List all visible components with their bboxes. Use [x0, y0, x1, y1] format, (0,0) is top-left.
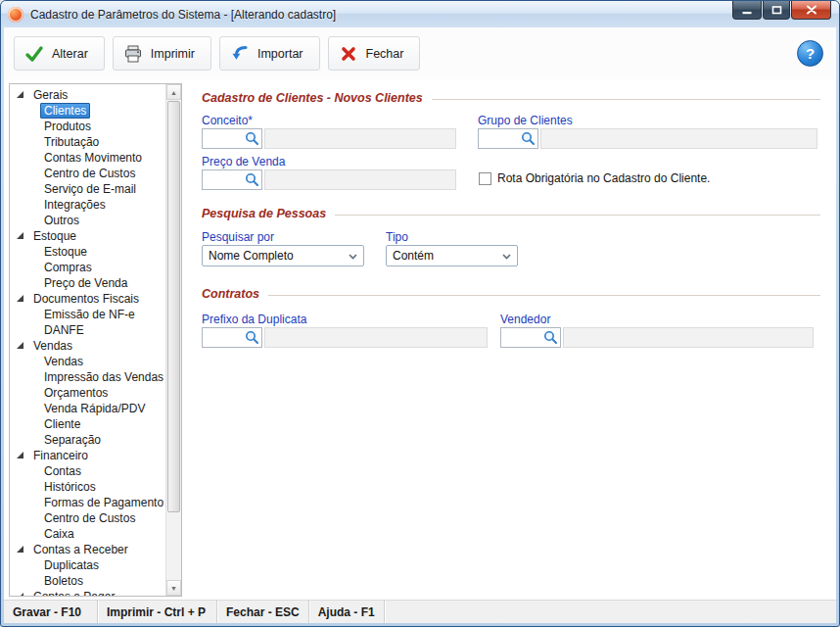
status-bar: Gravar - F10Imprimir - Ctrl + PFechar - … [4, 600, 836, 623]
tree-item-label: Separação [40, 432, 105, 448]
tree-item-label: Contas a Receber [29, 542, 132, 557]
section-header-contratos: Contratos [202, 287, 820, 301]
tree-item-label: Tributação [40, 134, 103, 150]
tipo-combo[interactable]: Contém [386, 245, 518, 266]
tree-item-label: Estoque [40, 244, 91, 260]
pesquisar-por-combo[interactable]: Nome Completo [202, 245, 364, 266]
window-title: Cadastro de Parâmetros do Sistema - [Alt… [30, 8, 336, 22]
scroll-up-arrow[interactable]: ▲ [166, 84, 181, 100]
tree-group-contas-a-receber[interactable]: Contas a Receber [10, 542, 165, 557]
grupo-code-input[interactable] [479, 130, 518, 147]
grupo-description-field [540, 128, 817, 149]
expanded-triangle-icon[interactable] [17, 342, 24, 350]
printer-icon [123, 44, 143, 64]
expanded-triangle-icon[interactable] [17, 232, 24, 240]
tree-item-label: Caixa [40, 526, 78, 542]
tree-item-vendas[interactable]: Vendas [10, 354, 165, 369]
fechar-button-label: Fechar [366, 47, 404, 61]
tree-item-label: Contas [40, 463, 85, 479]
tree-item-outros[interactable]: Outros [10, 213, 165, 228]
red-x-icon [339, 44, 358, 64]
search-icon[interactable] [242, 172, 261, 187]
preco-code-input[interactable] [203, 171, 242, 188]
title-bar[interactable]: Cadastro de Parâmetros do Sistema - [Alt… [1, 1, 839, 27]
tree-item-venda-rapida-pdv[interactable]: Venda Rápida/PDV [10, 401, 165, 416]
alterar-button[interactable]: Alterar [14, 36, 105, 71]
tree-item-clientes[interactable]: Clientes [10, 103, 165, 119]
tree-scrollbar[interactable]: ▲ ▼ [165, 84, 181, 596]
section-title: Pesquisa de Pessoas [202, 207, 326, 220]
tree-item-label: Centro de Custos [40, 510, 139, 526]
tree-group-gerais[interactable]: Gerais [10, 87, 165, 103]
tree-item-produtos[interactable]: Produtos [10, 119, 165, 134]
tree-item-label: Históricos [40, 479, 100, 495]
minimize-button[interactable] [732, 1, 762, 20]
tree-item-label: Contas a Pagar [29, 589, 118, 596]
vendedor-code-input[interactable] [501, 329, 540, 346]
tree-item-formas-de-pagamento[interactable]: Formas de Pagamento [10, 495, 165, 510]
tree-item-orcamentos[interactable]: Orçamentos [10, 385, 165, 401]
tree-item-contas-movimento[interactable]: Contas Movimento [10, 150, 165, 166]
search-icon[interactable] [242, 131, 261, 146]
tree-group-vendas[interactable]: Vendas [10, 338, 165, 354]
section-title: Cadastro de Clientes - Novos Clientes [202, 91, 423, 105]
tree-group-contas-a-pagar[interactable]: Contas a Pagar [10, 589, 165, 596]
tree-item-emissao-de-nf-e[interactable]: Emissão de NF-e [10, 307, 165, 322]
help-button[interactable]: ? [797, 40, 823, 67]
section-rule [432, 99, 820, 100]
tree-item-estoque[interactable]: Estoque [10, 244, 165, 260]
tree-item-caixa[interactable]: Caixa [10, 526, 165, 542]
section-header-novos-clientes: Cadastro de Clientes - Novos Clientes [202, 91, 820, 105]
expanded-triangle-icon[interactable] [17, 452, 24, 459]
expanded-triangle-icon[interactable] [17, 546, 24, 554]
tree-item-label: Venda Rápida/PDV [40, 401, 149, 416]
section-rule [335, 215, 820, 216]
expanded-triangle-icon[interactable] [17, 295, 24, 303]
tree-item-compras[interactable]: Compras [10, 260, 165, 275]
scroll-down-arrow[interactable]: ▼ [166, 580, 181, 596]
tree-item-contas[interactable]: Contas [10, 463, 165, 479]
tree-item-label: Contas Movimento [40, 150, 146, 166]
tree-item-centro-de-custos[interactable]: Centro de Custos [10, 166, 165, 181]
statusbar-item-fechar-esc: Fechar - ESC [217, 601, 309, 623]
tree-item-boletos[interactable]: Boletos [10, 573, 165, 589]
rota-obrigatoria-checkbox[interactable]: Rota Obrigatória no Cadastro do Cliente. [479, 171, 710, 185]
search-icon[interactable] [540, 330, 560, 345]
tree-item-impressao-das-vendas[interactable]: Impressão das Vendas [10, 369, 165, 385]
tree-item-integracoes[interactable]: Integrações [10, 197, 165, 213]
maximize-button[interactable] [763, 1, 790, 20]
conceito-code-input[interactable] [203, 130, 242, 147]
tree-item-historicos[interactable]: Históricos [10, 479, 165, 495]
tree-item-duplicatas[interactable]: Duplicatas [10, 557, 165, 573]
app-window: Cadastro de Parâmetros do Sistema - [Alt… [0, 0, 840, 627]
tree-item-label: Vendas [29, 338, 76, 354]
tree-group-financeiro[interactable]: Financeiro [10, 448, 165, 463]
tree-item-cliente[interactable]: Cliente [10, 416, 165, 432]
tree-group-documentos-fiscais[interactable]: Documentos Fiscais [10, 291, 165, 307]
close-button[interactable] [791, 1, 831, 20]
checkbox-box[interactable] [479, 172, 491, 185]
expanded-triangle-icon[interactable] [17, 91, 24, 99]
imprimir-button[interactable]: Imprimir [113, 36, 211, 71]
tree-item-danfe[interactable]: DANFE [10, 322, 165, 338]
tree-item-label: Formas de Pagamento [40, 495, 165, 510]
conceito-code-wrap [202, 128, 262, 149]
prefixo-description-field [264, 327, 488, 348]
importar-button[interactable]: Importar [219, 36, 320, 71]
vendedor-label: Vendedor [500, 313, 550, 326]
tree-item-separacao[interactable]: Separação [10, 432, 165, 448]
statusbar-item-imprimir-ctrl-p: Imprimir - Ctrl + P [98, 601, 217, 623]
tree-item-servico-de-e-mail[interactable]: Serviço de E-mail [10, 181, 165, 197]
expanded-triangle-icon[interactable] [17, 593, 24, 596]
conceito-description-field [264, 128, 456, 149]
tree-group-estoque[interactable]: Estoque [10, 228, 165, 244]
prefixo-code-input[interactable] [203, 329, 242, 346]
scrollbar-thumb[interactable] [167, 101, 180, 512]
preco-code-wrap [202, 169, 262, 190]
search-icon[interactable] [242, 330, 261, 345]
tree-item-preco-de-venda[interactable]: Preço de Venda [10, 275, 165, 291]
search-icon[interactable] [518, 131, 537, 146]
tree-item-centro-de-custos[interactable]: Centro de Custos [10, 510, 165, 526]
tree-item-tributacao[interactable]: Tributação [10, 134, 165, 150]
fechar-button[interactable]: Fechar [328, 36, 421, 71]
